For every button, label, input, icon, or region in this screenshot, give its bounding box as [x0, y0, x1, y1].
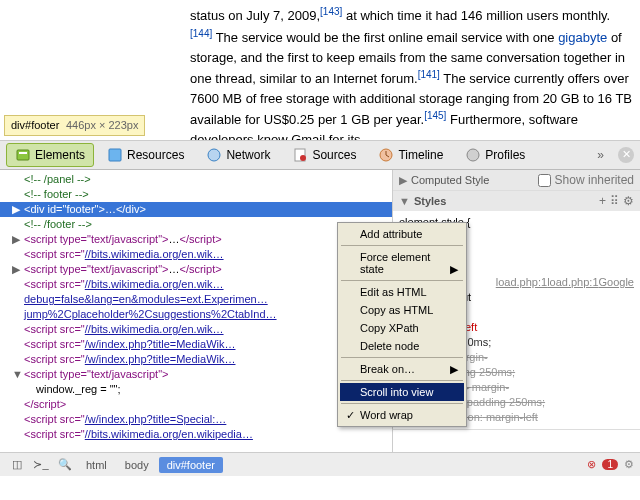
tab-resources[interactable]: Resources — [98, 143, 193, 167]
dom-tag: </script> — [179, 263, 221, 275]
section-title: Computed Style — [411, 174, 489, 186]
dom-tag: <div id="footer"> — [24, 203, 105, 215]
expand-tri-icon[interactable]: ▶ — [12, 262, 20, 277]
dom-tag: <script src=" — [24, 248, 85, 260]
console-icon[interactable]: ≻_ — [30, 456, 52, 474]
tab-sources[interactable]: Sources — [283, 143, 365, 167]
tab-elements[interactable]: Elements — [6, 143, 94, 167]
ctx-break-on[interactable]: Break on…▶ — [340, 360, 464, 378]
src-link[interactable]: /w/index.php?title=MediaWik… — [85, 338, 236, 350]
context-menu: Add attribute Force element state▶ Edit … — [337, 222, 467, 427]
dom-tag: <script type="text/javascript"> — [24, 263, 168, 275]
breadcrumb-html[interactable]: html — [78, 457, 115, 473]
source-link[interactable]: Google — [599, 275, 634, 290]
tab-network[interactable]: Network — [197, 143, 279, 167]
breadcrumb-footer[interactable]: div#footer — [159, 457, 223, 473]
separator — [341, 280, 463, 281]
tab-label: Network — [226, 148, 270, 162]
separator — [341, 357, 463, 358]
text: at which time it had 146 million users m… — [342, 8, 610, 23]
dom-tag: </script> — [24, 398, 66, 410]
src-link[interactable]: jump%2Cplaceholder%2Csuggestions%2CtabIn… — [24, 308, 277, 320]
ctx-word-wrap[interactable]: ✓Word wrap — [340, 406, 464, 424]
ref-link[interactable]: [145] — [424, 110, 446, 121]
ref-link[interactable]: [141] — [418, 69, 440, 80]
script-body: window._reg = ""; — [36, 383, 121, 395]
elements-icon — [15, 147, 31, 163]
computed-style-header[interactable]: ▶ Computed Style Show inherited — [393, 170, 640, 190]
ctx-add-attribute[interactable]: Add attribute — [340, 225, 464, 243]
settings-gear-icon[interactable]: ⚙ — [624, 458, 634, 471]
tab-label: Elements — [35, 148, 85, 162]
show-inherited-toggle[interactable]: Show inherited — [538, 173, 634, 187]
src-link[interactable]: //bits.wikimedia.org/en.wikipedia… — [85, 428, 253, 440]
ellipsis: … — [105, 203, 116, 215]
dom-tag: <script src=" — [24, 428, 85, 440]
statusbar: ◫ ≻_ 🔍 html body div#footer ⊗ 1 ⚙ — [0, 452, 640, 476]
source-link[interactable]: load.php:1 — [547, 275, 598, 290]
error-count[interactable]: 1 — [602, 459, 618, 470]
comment: <!-- /panel --> — [24, 173, 91, 185]
breadcrumb-body[interactable]: body — [117, 457, 157, 473]
separator — [341, 380, 463, 381]
ctx-delete-node[interactable]: Delete node — [340, 337, 464, 355]
dock-icon[interactable]: ◫ — [6, 456, 28, 474]
styles-header[interactable]: ▼ Styles + ⠿ ⚙ — [393, 191, 640, 211]
elements-tree[interactable]: <!-- /panel --> <!-- footer --> ▶<div id… — [0, 170, 392, 452]
dom-tag: <script src=" — [24, 413, 85, 425]
svg-rect-0 — [17, 150, 29, 160]
ctx-copy-html[interactable]: Copy as HTML — [340, 301, 464, 319]
tab-label: Resources — [127, 148, 184, 162]
tab-label: Sources — [312, 148, 356, 162]
dom-tag: <script src=" — [24, 323, 85, 335]
inspect-icon[interactable]: 🔍 — [54, 456, 76, 474]
submenu-arrow-icon: ▶ — [450, 263, 458, 276]
resources-icon — [107, 147, 123, 163]
tab-timeline[interactable]: Timeline — [369, 143, 452, 167]
tooltip-dimensions: 446px × 223px — [66, 119, 138, 131]
expand-tri-icon[interactable]: ▶ — [12, 232, 20, 247]
selected-node[interactable]: ▶<div id="footer">…</div> — [0, 202, 392, 217]
close-icon[interactable]: ✕ — [618, 147, 634, 163]
wiki-link[interactable]: gigabyte — [558, 30, 607, 45]
src-link[interactable]: //bits.wikimedia.org/en.wik… — [85, 278, 224, 290]
ctx-scroll-into-view[interactable]: Scroll into view — [340, 383, 464, 401]
timeline-icon — [378, 147, 394, 163]
add-rule-icon[interactable]: + — [599, 194, 606, 208]
src-link[interactable]: debug=false&lang=en&modules=ext.Experime… — [24, 293, 268, 305]
src-link[interactable]: //bits.wikimedia.org/en.wik… — [85, 323, 224, 335]
expand-tri-icon[interactable]: ▼ — [12, 367, 23, 382]
ctx-force-state[interactable]: Force element state▶ — [340, 248, 464, 278]
gear-icon[interactable]: ⚙ — [623, 194, 634, 208]
dom-tag: <script src=" — [24, 338, 85, 350]
sources-icon — [292, 147, 308, 163]
section-title: Styles — [414, 195, 446, 207]
ref-link[interactable]: [143] — [320, 6, 342, 17]
toggle-state-icon[interactable]: ⠿ — [610, 194, 619, 208]
src-link[interactable]: /w/index.php?title=MediaWik… — [85, 353, 236, 365]
expand-tri-icon[interactable]: ▼ — [399, 195, 410, 207]
dom-tag: </div> — [116, 203, 146, 215]
src-link[interactable]: /w/index.php?title=Special:… — [85, 413, 227, 425]
tab-label: Timeline — [398, 148, 443, 162]
separator — [341, 403, 463, 404]
error-icon[interactable]: ⊗ — [587, 458, 596, 471]
svg-point-7 — [467, 149, 479, 161]
expand-tri-icon[interactable]: ▶ — [12, 202, 20, 217]
separator — [341, 245, 463, 246]
source-link[interactable]: load.php:1 — [496, 275, 547, 290]
overflow-chevron-icon[interactable]: » — [591, 148, 610, 162]
expand-tri-icon[interactable]: ▶ — [399, 174, 407, 187]
src-link[interactable]: //bits.wikimedia.org/en.wik… — [85, 248, 224, 260]
show-inherited-checkbox[interactable] — [538, 174, 551, 187]
ctx-copy-xpath[interactable]: Copy XPath — [340, 319, 464, 337]
submenu-arrow-icon: ▶ — [450, 363, 458, 376]
tab-profiles[interactable]: Profiles — [456, 143, 534, 167]
comment: <!-- /footer --> — [24, 218, 92, 230]
text: status on July 7, 2009, — [190, 8, 320, 23]
devtools-toolbar: Elements Resources Network Sources Timel… — [0, 140, 640, 170]
tooltip-selector: div#footer — [11, 119, 59, 131]
ctx-edit-html[interactable]: Edit as HTML — [340, 283, 464, 301]
text: The service would be the first online em… — [212, 30, 558, 45]
ref-link[interactable]: [144] — [190, 28, 212, 39]
